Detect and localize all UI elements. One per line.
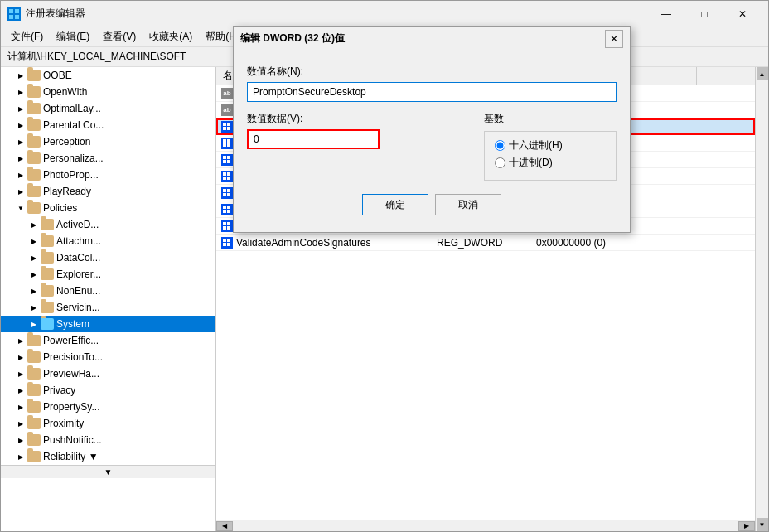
svg-rect-19 — [227, 177, 230, 180]
tree-item-datacol[interactable]: ▶ DataCol... — [1, 249, 215, 266]
tree-item-nonenu[interactable]: ▶ NonEnu... — [1, 283, 215, 299]
dialog-close-button[interactable]: ✕ — [605, 30, 623, 48]
expand-icon: ▶ — [14, 351, 27, 364]
tree-item-oobe[interactable]: ▶ OOBE — [1, 67, 215, 84]
dialog-title: 编辑 DWORD (32 位)值 — [240, 31, 605, 46]
horizontal-scrollbar[interactable]: ◀ ▶ — [216, 520, 755, 531]
svg-rect-7 — [227, 127, 230, 130]
scroll-left-btn[interactable]: ◀ — [216, 521, 233, 531]
svg-rect-31 — [227, 226, 230, 230]
tree-item-privacy[interactable]: ▶ Privacy — [1, 382, 215, 399]
scroll-up-btn[interactable]: ▲ — [757, 67, 768, 80]
expand-icon: ▶ — [14, 450, 27, 463]
tree-item-system[interactable]: ▶ System — [1, 316, 215, 332]
tree-item-reliability[interactable]: ▶ Reliability ▼ — [1, 448, 215, 465]
tree-item-policies[interactable]: ▼ Policies — [1, 200, 215, 216]
reg-icon: ab — [221, 104, 233, 116]
menu-view[interactable]: 查看(V) — [96, 28, 143, 46]
tree-label: Explorer... — [56, 268, 101, 280]
svg-rect-6 — [223, 127, 226, 130]
tree-label: Policies — [43, 202, 77, 214]
name-field-section: 数值名称(N): — [247, 65, 617, 102]
svg-rect-28 — [223, 222, 226, 225]
tree-item-pushnotific[interactable]: ▶ PushNotific... — [1, 432, 215, 448]
menu-file[interactable]: 文件(F) — [4, 28, 50, 46]
tree-item-precisionto[interactable]: ▶ PrecisionTo... — [1, 349, 215, 365]
hex-label: 十六进制(H) — [509, 138, 563, 152]
svg-rect-32 — [223, 239, 226, 242]
vertical-scrollbar[interactable]: ▲ ▼ — [755, 67, 768, 531]
table-row-validateadmin[interactable]: ValidateAdminCodeSignatures REG_DWORD 0x… — [216, 235, 755, 251]
tree-item-actived[interactable]: ▶ ActiveD... — [1, 216, 215, 233]
cell-name: ValidateAdminCodeSignatures — [216, 237, 432, 249]
tree-item-powereffic[interactable]: ▶ PowerEffic... — [1, 332, 215, 349]
folder-icon — [41, 219, 54, 230]
tree-item-propertysy[interactable]: ▶ PropertySy... — [1, 399, 215, 415]
reg-icon — [221, 121, 233, 133]
menu-edit[interactable]: 编辑(E) — [50, 28, 96, 46]
tree-label: NonEnu... — [56, 285, 100, 297]
reg-icon — [221, 171, 233, 182]
tree-label: PhotoProp... — [43, 169, 99, 181]
tree-item-attachm[interactable]: ▶ Attachm... — [1, 233, 215, 249]
expand-icon: ▶ — [14, 433, 27, 447]
minimize-button[interactable]: — — [647, 1, 685, 27]
folder-icon — [41, 252, 54, 264]
svg-rect-1 — [15, 9, 19, 13]
reg-icon — [221, 138, 233, 149]
tree-item-openwith[interactable]: ▶ OpenWith — [1, 84, 215, 100]
tree-item-optimallay[interactable]: ▶ OptimalLay... — [1, 100, 215, 117]
svg-rect-12 — [223, 156, 226, 159]
folder-icon — [27, 202, 41, 214]
dec-radio[interactable] — [495, 157, 505, 168]
scroll-down-btn[interactable]: ▼ — [757, 518, 768, 531]
folder-icon — [27, 368, 41, 380]
tree-item-playready[interactable]: ▶ PlayReady — [1, 183, 215, 200]
svg-rect-15 — [227, 160, 230, 163]
tree-label: OpenWith — [43, 86, 87, 98]
hex-radio[interactable] — [495, 140, 505, 151]
tree-item-previewha[interactable]: ▶ PreviewHa... — [1, 365, 215, 382]
scroll-right-btn[interactable]: ▶ — [738, 521, 755, 531]
folder-icon — [27, 103, 41, 114]
cancel-button[interactable]: 取消 — [435, 194, 501, 215]
dec-label: 十进制(D) — [509, 156, 553, 170]
ok-button[interactable]: 确定 — [362, 194, 428, 215]
value-input[interactable] — [247, 129, 380, 149]
folder-icon — [27, 418, 41, 429]
svg-rect-24 — [223, 206, 226, 209]
tree-item-perception[interactable]: ▶ Perception — [1, 133, 215, 150]
tree-label: Attachm... — [56, 235, 101, 247]
tree-item-parental[interactable]: ▶ Parental Co... — [1, 117, 215, 133]
folder-icon — [27, 169, 41, 181]
name-input[interactable] — [247, 82, 617, 102]
dialog-title-bar: 编辑 DWORD (32 位)值 ✕ — [234, 27, 630, 51]
tree-label: Personaliza... — [43, 152, 104, 164]
folder-icon — [41, 302, 54, 313]
folder-icon — [27, 451, 41, 462]
name-label: 数值名称(N): — [247, 65, 617, 79]
svg-rect-25 — [227, 206, 230, 209]
reg-icon — [221, 187, 233, 199]
tree-item-proximity[interactable]: ▶ Proximity — [1, 415, 215, 432]
tree-scroll-down[interactable]: ▼ — [1, 465, 215, 478]
value-section: 数值数据(V): — [247, 112, 471, 181]
menu-favorites[interactable]: 收藏夹(A) — [143, 28, 199, 46]
svg-rect-26 — [223, 210, 226, 213]
tree-label: Perception — [43, 136, 90, 148]
maximize-button[interactable]: □ — [685, 1, 723, 27]
tree-item-personaliza[interactable]: ▶ Personaliza... — [1, 150, 215, 167]
folder-icon — [27, 70, 41, 81]
tree-item-servicin[interactable]: ▶ Servicin... — [1, 299, 215, 316]
folder-icon — [27, 434, 41, 446]
tree-item-explorer[interactable]: ▶ Explorer... — [1, 266, 215, 283]
reg-icon — [221, 204, 233, 215]
expand-icon: ▶ — [27, 317, 41, 331]
tree-label: OptimalLay... — [43, 103, 101, 114]
tree-label: OOBE — [43, 70, 72, 81]
expand-icon: ▶ — [14, 334, 27, 347]
expand-icon: ▶ — [14, 85, 27, 99]
close-button[interactable]: ✕ — [723, 1, 762, 27]
tree-item-photoprop[interactable]: ▶ PhotoProp... — [1, 167, 215, 183]
svg-rect-22 — [223, 193, 226, 196]
